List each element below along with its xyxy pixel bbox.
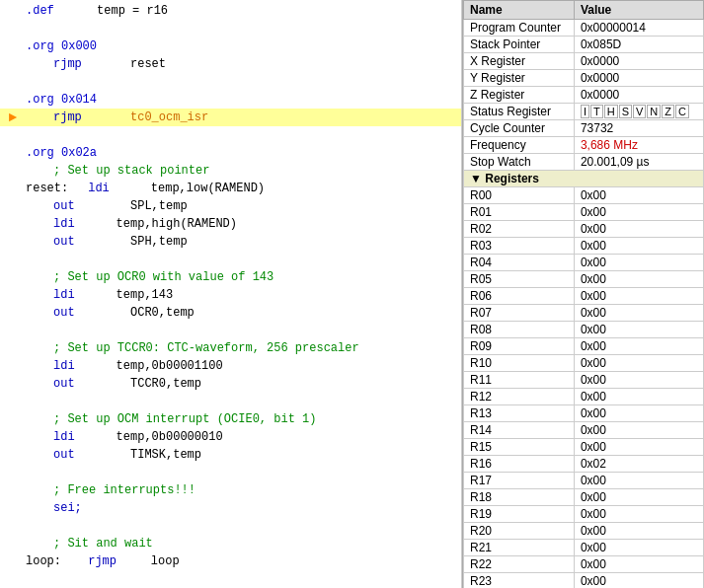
- code-content-7: reset: ldi temp,low(RAMEND): [22, 182, 265, 195]
- reg-row-r16: R16 0x02: [464, 456, 704, 473]
- code-line-comment6: ; Sit and wait: [0, 535, 461, 552]
- reg-row-r22: R22 0x00: [464, 556, 704, 573]
- comment-free-int: ; Free interrupts!!!: [53, 483, 196, 497]
- reg-name-pc: Program Counter: [464, 20, 575, 37]
- reg-value-r10: 0x00: [574, 355, 703, 372]
- reg-value-r04: 0x00: [574, 255, 703, 271]
- reg-value-r17: 0x00: [574, 473, 703, 489]
- reg-name-r05: R05: [464, 271, 575, 288]
- bit-Z: Z: [662, 105, 674, 118]
- reg-name-sp: Stack Pointer: [464, 37, 575, 53]
- code-line-blank9: [0, 570, 461, 588]
- reg-name-y: Y Register: [464, 70, 575, 87]
- code-line-4: .org 0x014: [0, 91, 461, 109]
- reg-value-stopwatch: 20.001,09 µs: [574, 154, 703, 171]
- code-text: temp = r16: [61, 4, 168, 18]
- reg-name-r03: R03: [464, 238, 575, 255]
- reg-row-r10: R10 0x00: [464, 355, 704, 372]
- code-instr-ldi3: ldi: [53, 288, 95, 302]
- reg-row-sp: Stack Pointer 0x085D: [464, 37, 704, 53]
- code-instr-ldi4: ldi: [53, 359, 95, 373]
- code-content-9: ldi temp,high(RAMEND): [49, 217, 237, 231]
- reg-row-r14: R14 0x00: [464, 422, 704, 439]
- reg-row-r21: R21 0x00: [464, 540, 704, 556]
- code-line-comment5: ; Free interrupts!!!: [0, 481, 461, 499]
- reg-value-r11: 0x00: [574, 372, 703, 389]
- code-instr-out5: out: [53, 448, 95, 462]
- reg-value-r02: 0x00: [574, 221, 703, 238]
- reg-row-r15: R15 0x00: [464, 439, 704, 456]
- code-operand-ldi2: temp,high(RAMEND): [102, 217, 237, 231]
- pc-arrow: ►: [9, 110, 17, 125]
- reg-row-r09: R09 0x00: [464, 338, 704, 355]
- code-label-reset: reset:: [26, 182, 81, 195]
- code-org2: .org 0x014: [26, 93, 97, 107]
- code-def: .def: [26, 4, 54, 18]
- reg-name-r22: R22: [464, 556, 575, 573]
- reg-row-r01: R01 0x00: [464, 204, 704, 221]
- comment-sit-wait: ; Sit and wait: [53, 537, 153, 551]
- code-line-blank7: [0, 464, 461, 481]
- reg-row-status: Status Register I T H S V N Z C: [464, 104, 704, 120]
- code-instr-sei: sei;: [53, 501, 95, 515]
- comment-tccr0: ; Set up TCCR0: CTC-waveform, 256 presca…: [53, 341, 359, 355]
- reg-name-stopwatch: Stop Watch: [464, 154, 575, 171]
- reg-name-r19: R19: [464, 506, 575, 523]
- reg-row-r08: R08 0x00: [464, 322, 704, 338]
- bit-T: T: [590, 105, 603, 118]
- reg-name-r07: R07: [464, 305, 575, 322]
- code-line-comment4: ; Set up OCM interrupt (OCIE0, bit 1): [0, 410, 461, 428]
- reg-row-r18: R18 0x00: [464, 489, 704, 506]
- code-line-11: ldi temp,143: [0, 286, 461, 304]
- reg-row-r11: R11 0x00: [464, 372, 704, 389]
- right-panel[interactable]: Name Value Program Counter 0x00000014 St…: [462, 0, 704, 588]
- reg-row-z: Z Register 0x0000: [464, 87, 704, 104]
- code-instr-ldi1: ldi: [88, 182, 129, 195]
- reg-row-r19: R19 0x00: [464, 506, 704, 523]
- code-line-3: rjmp reset: [0, 55, 461, 73]
- reg-value-r21: 0x00: [574, 540, 703, 556]
- reg-value-cycle: 73732: [574, 120, 703, 137]
- bit-I: I: [581, 105, 589, 118]
- code-line-blank1: [0, 20, 461, 37]
- code-area: .def temp = r16 .org 0x000 rjmp reset: [0, 0, 461, 588]
- status-bits-container: I T H S V N Z C: [581, 105, 697, 118]
- reg-value-status: I T H S V N Z C: [574, 104, 703, 120]
- code-line-17: sei;: [0, 499, 461, 517]
- reg-name-r23: R23: [464, 573, 575, 589]
- reg-name-r21: R21: [464, 540, 575, 556]
- reg-value-r15: 0x00: [574, 439, 703, 456]
- reg-name-r14: R14: [464, 422, 575, 439]
- reg-name-r17: R17: [464, 473, 575, 489]
- comment-ocr0: ; Set up OCR0 with value of 143: [53, 270, 274, 284]
- reg-name-r01: R01: [464, 204, 575, 221]
- code-content-1: .def temp = r16: [22, 4, 168, 18]
- reg-value-r08: 0x00: [574, 322, 703, 338]
- reg-value-r22: 0x00: [574, 556, 703, 573]
- code-content-5: rjmp tc0_ocm_isr: [49, 110, 208, 124]
- reg-value-pc: 0x00000014: [574, 20, 703, 37]
- reg-name-r08: R08: [464, 322, 575, 338]
- reg-name-r02: R02: [464, 221, 575, 238]
- code-operand-out2: SPH,temp: [102, 235, 187, 249]
- code-instr-rjmp3: rjmp: [88, 554, 129, 568]
- code-panel[interactable]: .def temp = r16 .org 0x000 rjmp reset: [0, 0, 462, 588]
- reg-row-r00: R00 0x00: [464, 187, 704, 204]
- reg-name-r11: R11: [464, 372, 575, 389]
- reg-row-r20: R20 0x00: [464, 523, 704, 540]
- code-line-12: out OCR0,temp: [0, 304, 461, 322]
- collapse-icon[interactable]: ▼: [470, 172, 482, 185]
- reg-value-r12: 0x00: [574, 389, 703, 405]
- reg-name-r10: R10: [464, 355, 575, 372]
- reg-name-r04: R04: [464, 255, 575, 271]
- reg-value-r20: 0x00: [574, 523, 703, 540]
- code-content-8: out SPL,temp: [49, 199, 188, 213]
- reg-name-r15: R15: [464, 439, 575, 456]
- reg-name-x: X Register: [464, 53, 575, 70]
- comment-stack: ; Set up stack pointer: [53, 164, 209, 178]
- reg-name-r12: R12: [464, 389, 575, 405]
- code-line-blank2: [0, 73, 461, 91]
- code-org1: .org 0x000: [26, 39, 97, 53]
- comment-ocm: ; Set up OCM interrupt (OCIE0, bit 1): [53, 412, 316, 426]
- reg-name-r16: R16: [464, 456, 575, 473]
